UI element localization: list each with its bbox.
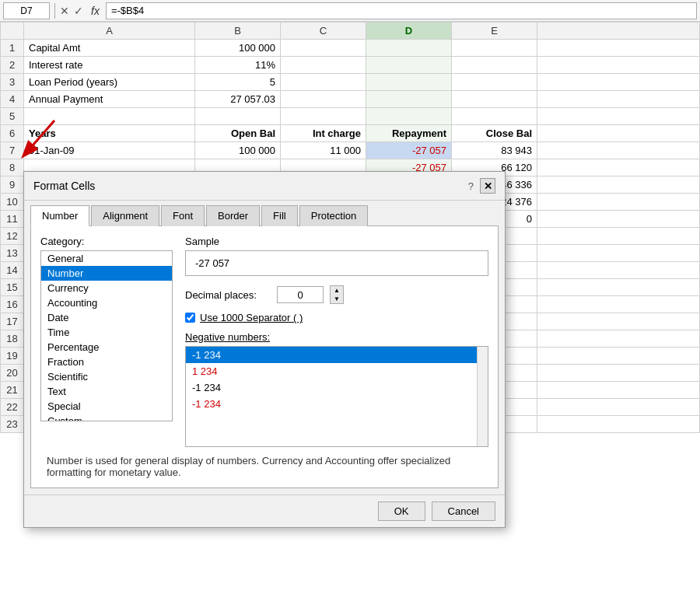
cell-b[interactable] <box>195 108 281 125</box>
cell-a[interactable]: Annual Payment <box>24 91 195 108</box>
category-item[interactable]: Currency <box>41 281 172 295</box>
cell-e[interactable]: Close Bal <box>452 125 537 142</box>
table-row: 1Capital Amt100 000 <box>1 40 700 57</box>
cell-b[interactable]: 5 <box>195 74 281 91</box>
cell-b[interactable]: 11% <box>195 57 281 74</box>
dialog-close-button[interactable]: ✕ <box>480 178 495 194</box>
dialog-title: Format Cells <box>33 180 95 192</box>
cell-d[interactable] <box>366 57 452 74</box>
cell-d[interactable] <box>366 108 452 125</box>
table-row: 3Loan Period (years)5 <box>1 74 700 91</box>
cell-e[interactable] <box>452 91 537 108</box>
cell-c[interactable]: Int charge <box>281 125 366 142</box>
corner-header <box>1 23 24 40</box>
formula-icons: ✕ ✓ fx <box>60 5 103 17</box>
category-item[interactable]: Text <box>41 384 172 399</box>
cell-a[interactable]: Interest rate <box>24 57 195 74</box>
category-item[interactable]: Special <box>41 399 172 414</box>
col-header-b[interactable]: B <box>195 23 281 40</box>
cell-e[interactable] <box>452 74 537 91</box>
category-label: Category: <box>40 236 173 247</box>
cell-b[interactable]: 27 057.03 <box>195 91 281 108</box>
ok-button[interactable]: OK <box>378 501 425 521</box>
cancel-button[interactable]: Cancel <box>432 501 495 521</box>
category-section: Category: GeneralNumberCurrencyAccountin… <box>40 236 173 447</box>
cell-c[interactable] <box>281 74 366 91</box>
category-item[interactable]: Accounting <box>41 295 172 310</box>
negative-option[interactable]: -1 234 <box>186 347 488 363</box>
category-item[interactable]: Date <box>41 310 172 325</box>
cell-c[interactable] <box>281 91 366 108</box>
cell-a[interactable]: Capital Amt <box>24 40 195 57</box>
tab-number[interactable]: Number <box>30 205 89 226</box>
col-header-extra <box>537 23 700 40</box>
separator-label[interactable]: Use 1000 Separator ( ) <box>200 312 303 323</box>
spin-down-button[interactable]: ▼ <box>331 295 343 303</box>
tab-bar: Number Alignment Font Border Fill Protec… <box>24 201 505 225</box>
cell-c[interactable]: 11 000 <box>281 142 366 159</box>
col-header-a[interactable]: A <box>24 23 195 40</box>
spin-up-button[interactable]: ▲ <box>331 286 343 295</box>
category-item[interactable]: General <box>41 251 172 266</box>
row-number: 7 <box>1 142 24 159</box>
category-item[interactable]: Percentage <box>41 340 172 355</box>
row-number: 11 <box>1 211 24 228</box>
neg-scrollbar[interactable] <box>477 347 488 446</box>
decimal-input[interactable] <box>277 286 324 303</box>
tab-protection[interactable]: Protection <box>299 205 369 226</box>
cell-a[interactable]: 01-Jan-09 <box>24 142 195 159</box>
cell-d[interactable] <box>366 91 452 108</box>
tab-font[interactable]: Font <box>161 205 205 226</box>
row-number: 8 <box>1 159 24 176</box>
cell-c[interactable] <box>281 57 366 74</box>
category-list[interactable]: GeneralNumberCurrencyAccountingDateTimeP… <box>40 250 173 421</box>
category-item[interactable]: Scientific <box>41 369 172 384</box>
separator-row: Use 1000 Separator ( ) <box>185 312 488 323</box>
category-item[interactable]: Number <box>41 266 172 281</box>
separator-checkbox[interactable] <box>185 313 195 323</box>
row-number: 18 <box>1 330 24 348</box>
col-header-d[interactable]: D <box>366 23 452 40</box>
cancel-formula-icon[interactable]: ✕ <box>60 5 69 17</box>
cell-e[interactable]: 83 943 <box>452 142 537 159</box>
negative-option[interactable]: -1 234 <box>186 379 488 396</box>
row-number: 5 <box>1 108 24 125</box>
cell-e[interactable] <box>452 108 537 125</box>
decimal-row: Decimal places: ▲ ▼ <box>185 285 488 304</box>
tab-alignment[interactable]: Alignment <box>91 205 159 226</box>
cell-b[interactable]: Open Bal <box>195 125 281 142</box>
category-item[interactable]: Time <box>41 325 172 340</box>
tab-fill[interactable]: Fill <box>261 205 298 226</box>
tab-border[interactable]: Border <box>206 205 260 226</box>
col-header-c[interactable]: C <box>281 23 366 40</box>
cell-c[interactable] <box>281 108 366 125</box>
cell-e[interactable] <box>452 57 537 74</box>
category-item[interactable]: Fraction <box>41 355 172 369</box>
table-row: 5 <box>1 108 700 125</box>
dialog-help-button[interactable]: ? <box>468 180 474 192</box>
formula-bar: ✕ ✓ fx <box>0 0 700 22</box>
negative-option[interactable]: 1 234 <box>186 363 488 379</box>
cell-a[interactable]: Years <box>24 125 195 142</box>
cell-a[interactable] <box>24 108 195 125</box>
negative-list[interactable]: -1 2341 234-1 234-1 234 <box>185 346 488 447</box>
cell-e[interactable] <box>452 40 537 57</box>
decimal-spinner[interactable]: ▲ ▼ <box>330 285 344 304</box>
formula-input[interactable] <box>106 2 697 19</box>
cell-b[interactable]: 100 000 <box>195 142 281 159</box>
cell-b[interactable]: 100 000 <box>195 40 281 57</box>
cell-ref-input[interactable] <box>3 2 50 19</box>
cell-d[interactable] <box>366 40 452 57</box>
cell-c[interactable] <box>281 40 366 57</box>
category-item[interactable]: Custom <box>41 414 172 421</box>
cell-d[interactable]: Repayment <box>366 125 452 142</box>
negative-option[interactable]: -1 234 <box>186 396 488 412</box>
cell-extra <box>537 57 700 74</box>
cell-d[interactable] <box>366 74 452 91</box>
cell-d[interactable]: -27 057 <box>366 142 452 159</box>
cell-a[interactable]: Loan Period (years) <box>24 74 195 91</box>
row-number: 16 <box>1 296 24 313</box>
tab-content: Category: GeneralNumberCurrencyAccountin… <box>30 225 499 488</box>
col-header-e[interactable]: E <box>452 23 537 40</box>
confirm-formula-icon[interactable]: ✓ <box>74 5 83 17</box>
